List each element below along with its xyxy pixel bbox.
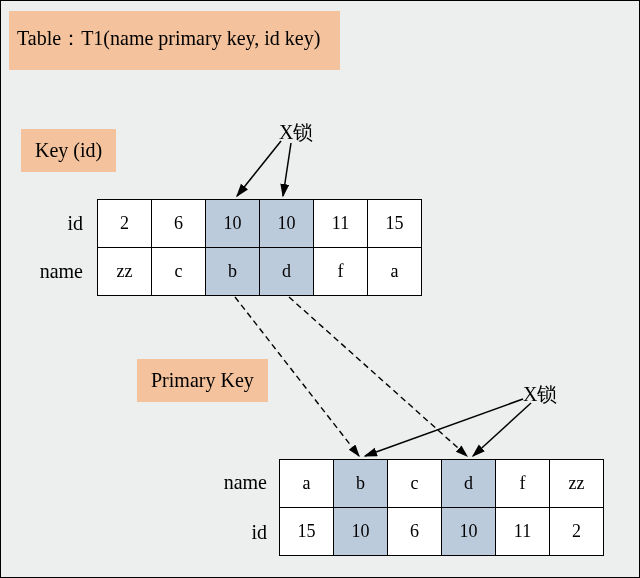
key-id-label: Key (id) bbox=[35, 139, 102, 161]
cell-locked: 10 bbox=[334, 508, 388, 556]
cell: 11 bbox=[496, 508, 550, 556]
cell: 15 bbox=[368, 200, 422, 248]
cell: a bbox=[280, 460, 334, 508]
tableb-row-id-label: id bbox=[207, 521, 267, 544]
cell-locked: b bbox=[334, 460, 388, 508]
cell: c bbox=[152, 248, 206, 296]
table-row: a b c d f zz bbox=[280, 460, 604, 508]
tablea-row-id-label: id bbox=[23, 212, 83, 235]
primary-key-table: a b c d f zz 15 10 6 10 11 2 bbox=[279, 459, 604, 556]
primary-key-label: Primary Key bbox=[151, 369, 254, 391]
cell: c bbox=[388, 460, 442, 508]
arrow-xlock2-right bbox=[473, 403, 531, 456]
cell-locked: d bbox=[260, 248, 314, 296]
arrow-d-to-primary bbox=[289, 297, 467, 456]
cell: 6 bbox=[152, 200, 206, 248]
arrow-xlock1-right bbox=[283, 143, 291, 196]
table-definition-text: Table：T1(name primary key, id key) bbox=[17, 27, 320, 49]
cell: a bbox=[368, 248, 422, 296]
table-definition-box: Table：T1(name primary key, id key) bbox=[9, 11, 340, 70]
tablea-row-name-label: name bbox=[23, 260, 83, 283]
table-row: 2 6 10 10 11 15 bbox=[98, 200, 422, 248]
cell-locked: d bbox=[442, 460, 496, 508]
cell: f bbox=[496, 460, 550, 508]
xlock-annotation-2: X锁 bbox=[523, 381, 557, 408]
cell: 2 bbox=[550, 508, 604, 556]
cell: 15 bbox=[280, 508, 334, 556]
tableb-row-name-label: name bbox=[207, 471, 267, 494]
arrow-xlock2-left bbox=[365, 399, 523, 456]
key-id-label-box: Key (id) bbox=[21, 129, 116, 172]
key-index-table: 2 6 10 10 11 15 zz c b d f a bbox=[97, 199, 422, 296]
cell: zz bbox=[98, 248, 152, 296]
table-row: zz c b d f a bbox=[98, 248, 422, 296]
cell: zz bbox=[550, 460, 604, 508]
cell-locked: 10 bbox=[206, 200, 260, 248]
table-row: 15 10 6 10 11 2 bbox=[280, 508, 604, 556]
cell: 6 bbox=[388, 508, 442, 556]
arrow-xlock1-left bbox=[237, 141, 281, 196]
cell-locked: 10 bbox=[260, 200, 314, 248]
cell: 11 bbox=[314, 200, 368, 248]
cell: f bbox=[314, 248, 368, 296]
cell: 2 bbox=[98, 200, 152, 248]
primary-key-label-box: Primary Key bbox=[137, 359, 268, 402]
xlock-annotation-1: X锁 bbox=[279, 119, 313, 146]
cell-locked: 10 bbox=[442, 508, 496, 556]
cell-locked: b bbox=[206, 248, 260, 296]
